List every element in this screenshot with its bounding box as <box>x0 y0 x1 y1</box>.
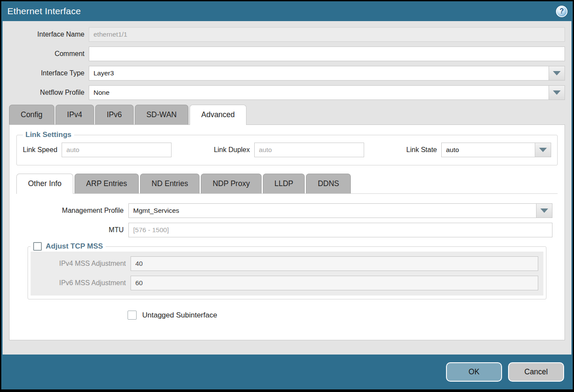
chevron-down-icon <box>539 148 547 152</box>
link-settings-fieldset: Link Settings Link Speed Link Duplex <box>16 131 558 165</box>
interface-name-input[interactable] <box>89 27 565 42</box>
ipv4-mss-row: IPv4 MSS Adjustment <box>31 256 543 271</box>
help-icon[interactable]: ? <box>556 6 568 17</box>
tab-advanced[interactable]: Advanced <box>190 105 246 125</box>
tab-ipv6[interactable]: IPv6 <box>95 105 134 124</box>
untagged-subinterface-label: Untagged Subinterface <box>142 311 217 320</box>
comment-row: Comment <box>9 47 565 61</box>
dialog-footer: OK Cancel <box>1 355 573 389</box>
tab-other-info[interactable]: Other Info <box>16 174 73 194</box>
tab-lldp[interactable]: LLDP <box>263 174 305 193</box>
help-icon-glyph: ? <box>560 7 564 15</box>
netflow-profile-label: Netflow Profile <box>9 89 89 96</box>
ipv6-mss-label: IPv6 MSS Adjustment <box>31 279 131 287</box>
dialog-body: Interface Name Comment Interface Type <box>3 21 571 355</box>
interface-name-row: Interface Name <box>9 27 565 42</box>
adjust-tcp-mss-fieldset: Adjust TCP MSS IPv4 MSS Adjustment IPv6 … <box>28 242 546 299</box>
link-state-label: Link State <box>406 146 441 154</box>
link-speed-input[interactable] <box>62 143 172 157</box>
interface-name-label: Interface Name <box>9 31 89 38</box>
link-duplex-label: Link Duplex <box>214 146 254 154</box>
interface-type-select[interactable] <box>89 66 565 81</box>
link-duplex-input[interactable] <box>254 143 364 157</box>
mtu-input[interactable] <box>128 223 552 237</box>
link-state-dropdown-button[interactable] <box>535 143 551 157</box>
dialog-title: Ethernet Interface <box>7 6 81 16</box>
chevron-down-icon <box>553 71 561 75</box>
cancel-button[interactable]: Cancel <box>508 362 564 382</box>
chevron-down-icon <box>553 90 561 95</box>
tab-sdwan[interactable]: SD-WAN <box>135 105 188 124</box>
tab-nd-entries[interactable]: ND Entries <box>140 174 200 193</box>
netflow-profile-dropdown-button[interactable] <box>549 86 565 100</box>
ipv6-mss-input <box>131 276 538 290</box>
ipv6-mss-row: IPv6 MSS Adjustment <box>31 276 543 290</box>
mtu-row: MTU <box>16 223 558 237</box>
management-profile-label: Management Profile <box>16 207 128 215</box>
link-state-group: Link State <box>406 143 551 157</box>
adjust-tcp-mss-label: Adjust TCP MSS <box>46 242 103 251</box>
adjust-tcp-mss-checkbox[interactable] <box>33 242 42 251</box>
interface-type-row: Interface Type <box>9 66 565 81</box>
other-info-tab-bar: Other Info ARP Entries ND Entries NDP Pr… <box>16 174 558 194</box>
management-profile-dropdown-button[interactable] <box>536 204 552 218</box>
management-profile-row: Management Profile <box>16 203 558 218</box>
mtu-label: MTU <box>16 226 128 234</box>
netflow-profile-select[interactable] <box>89 85 565 100</box>
link-settings-legend: Link Settings <box>23 131 74 139</box>
link-speed-group: Link Speed <box>23 143 172 157</box>
tab-ddns[interactable]: DDNS <box>306 174 351 193</box>
interface-type-dropdown-button[interactable] <box>549 66 565 80</box>
other-info-content: Management Profile MTU <box>16 194 558 320</box>
ok-button[interactable]: OK <box>446 362 502 382</box>
mss-disabled-area: IPv4 MSS Adjustment IPv6 MSS Adjustment <box>31 252 543 296</box>
comment-label: Comment <box>9 50 89 58</box>
adjust-tcp-mss-legend: Adjust TCP MSS <box>31 242 106 251</box>
titlebar: Ethernet Interface ? <box>1 1 573 21</box>
main-tab-bar: Config IPv4 IPv6 SD-WAN Advanced <box>9 105 565 124</box>
interface-type-label: Interface Type <box>9 69 89 77</box>
tab-config[interactable]: Config <box>9 105 54 124</box>
tab-ndp-proxy[interactable]: NDP Proxy <box>201 174 261 193</box>
ipv4-mss-label: IPv4 MSS Adjustment <box>31 260 131 268</box>
untagged-subinterface-row: Untagged Subinterface <box>128 311 558 320</box>
tab-ipv4[interactable]: IPv4 <box>56 105 94 124</box>
link-duplex-group: Link Duplex <box>214 143 364 157</box>
link-speed-label: Link Speed <box>23 146 62 154</box>
chevron-down-icon <box>540 208 548 213</box>
management-profile-select[interactable] <box>128 203 552 218</box>
link-settings-row: Link Speed Link Duplex Link State <box>21 143 553 157</box>
netflow-profile-row: Netflow Profile <box>9 85 565 100</box>
untagged-subinterface-checkbox[interactable] <box>128 311 137 320</box>
ethernet-interface-dialog: Ethernet Interface ? Interface Name Comm… <box>0 0 574 392</box>
comment-input[interactable] <box>89 47 565 61</box>
tab-arp-entries[interactable]: ARP Entries <box>75 174 139 193</box>
ipv4-mss-input <box>131 256 538 271</box>
advanced-tab-panel: Link Settings Link Speed Link Duplex <box>9 124 565 340</box>
